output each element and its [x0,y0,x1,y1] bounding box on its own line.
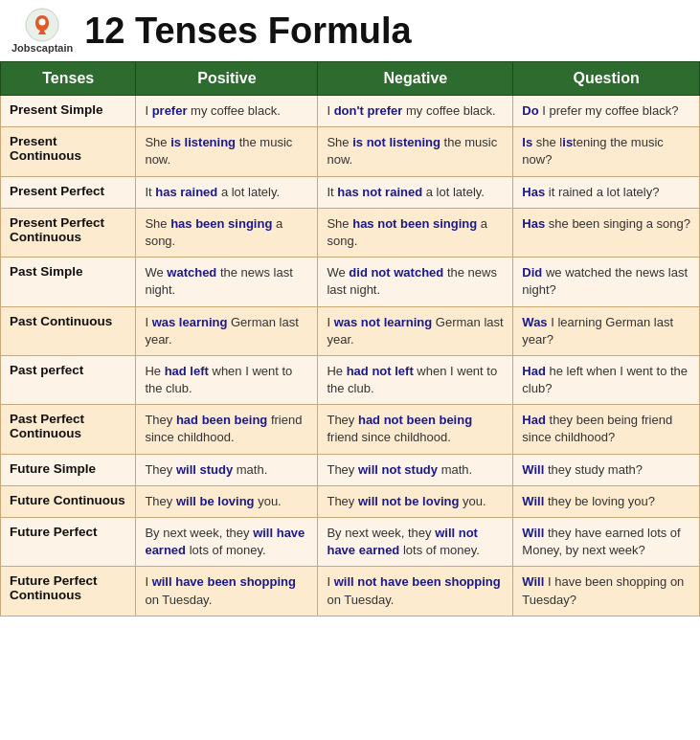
tense-name-cell: Past Perfect Continuous [1,405,136,454]
positive-cell: They will study math. [136,454,318,485]
table-row: Present Perfect ContinuousShe has been s… [1,208,700,257]
question-cell: Did we watched the news last night? [513,258,700,306]
negative-cell: I was not learning German last year. [318,306,513,355]
positive-cell: It has rained a lot lately. [136,176,318,208]
positive-cell: By next week, they will have earned lots… [136,518,318,567]
table-row: Present PerfectIt has rained a lot latel… [1,176,700,208]
question-cell: Had he left when I went to the club? [513,355,700,404]
tense-name-cell: Present Continuous [1,127,136,176]
negative-cell: They will not be loving you. [318,485,513,517]
question-cell: Has it rained a lot lately? [513,176,700,208]
table-row: Past SimpleWe watched the news last nigh… [1,258,700,306]
question-cell: Will they study math? [513,454,700,485]
tenses-table: Tenses Positive Negative Question Presen… [0,61,700,617]
logo-icon [25,8,59,42]
table-row: Past ContinuousI was learning German las… [1,306,700,355]
table-row: Future ContinuousThey will be loving you… [1,485,700,517]
question-cell: Has she been singing a song? [513,208,700,257]
positive-cell: I will have been shopping on Tuesday. [136,567,318,616]
tense-name-cell: Future Continuous [1,485,136,517]
negative-cell: I will not have been shopping on Tuesday… [318,567,513,616]
positive-cell: He had left when I went to the club. [136,355,318,404]
table-row: Future PerfectBy next week, they will ha… [1,518,700,567]
tense-name-cell: Present Perfect Continuous [1,208,136,257]
positive-cell: I was learning German last year. [136,306,318,355]
tense-name-cell: Past perfect [1,355,136,404]
table-row: Past Perfect ContinuousThey had been bei… [1,405,700,454]
negative-cell: We did not watched the news last night. [318,258,513,306]
table-row: Future Perfect ContinuousI will have bee… [1,567,700,616]
table-row: Present ContinuousShe is listening the m… [1,127,700,176]
table-row: Present SimpleI prefer my coffee black.I… [1,96,700,127]
page-title: 12 Tenses Formula [84,11,411,52]
positive-cell: They will be loving you. [136,485,318,517]
col-header-positive: Positive [136,62,318,96]
tense-name-cell: Past Continuous [1,306,136,355]
positive-cell: We watched the news last night. [136,258,318,306]
positive-cell: She is listening the music now. [136,127,318,176]
negative-cell: They will not study math. [318,454,513,485]
table-row: Past perfectHe had left when I went to t… [1,355,700,404]
table-row: Future SimpleThey will study math.They w… [1,454,700,485]
negative-cell: By next week, they will not have earned … [318,518,513,567]
negative-cell: She is not listening the music now. [318,127,513,176]
positive-cell: She has been singing a song. [136,208,318,257]
col-header-question: Question [513,62,700,96]
tense-name-cell: Past Simple [1,258,136,306]
positive-cell: I prefer my coffee black. [136,96,318,127]
question-cell: Will they be loving you? [513,485,700,517]
negative-cell: She has not been singing a song. [318,208,513,257]
logo-area: Jobscaptain [11,8,73,54]
negative-cell: They had not been being friend since chi… [318,405,513,454]
tense-name-cell: Future Perfect [1,518,136,567]
negative-cell: I don't prefer my coffee black. [318,96,513,127]
logo-text: Jobscaptain [11,42,73,54]
svg-point-1 [39,19,46,26]
tense-name-cell: Future Simple [1,454,136,485]
question-cell: Do I prefer my coffee black? [513,96,700,127]
col-header-tenses: Tenses [1,62,136,96]
negative-cell: He had not left when I went to the club. [318,355,513,404]
positive-cell: They had been being friend since childho… [136,405,318,454]
question-cell: Will they have earned lots of Money, by … [513,518,700,567]
question-cell: Was I learning German last year? [513,306,700,355]
question-cell: Will I have been shopping on Tuesday? [513,567,700,616]
col-header-negative: Negative [318,62,513,96]
table-header-row: Tenses Positive Negative Question [1,62,700,96]
tense-name-cell: Present Simple [1,96,136,127]
tense-name-cell: Present Perfect [1,176,136,208]
page-header: Jobscaptain 12 Tenses Formula [0,0,700,61]
question-cell: Had they been being friend since childho… [513,405,700,454]
question-cell: Is she listening the music now? [513,127,700,176]
negative-cell: It has not rained a lot lately. [318,176,513,208]
tense-name-cell: Future Perfect Continuous [1,567,136,616]
